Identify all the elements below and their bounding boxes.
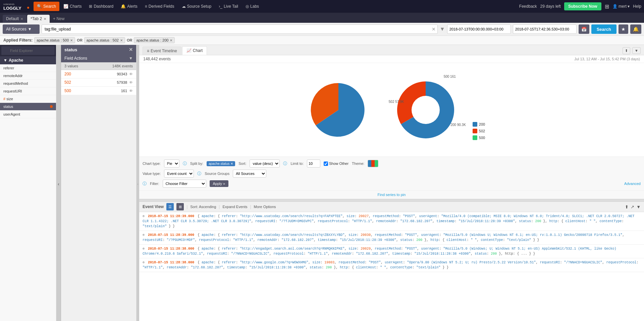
filter-200-close[interactable]: ✕ [170, 39, 172, 42]
field-explorer-search[interactable] [1, 46, 55, 55]
apply-button[interactable]: Apply » [210, 180, 229, 187]
field-requesturi-label: requestURI [3, 89, 22, 93]
calendar-button[interactable]: 📅 [579, 24, 589, 34]
value-500-code[interactable]: 500 [64, 88, 76, 93]
svg-text:solarwinds: solarwinds [3, 3, 15, 5]
filter-tag-500[interactable]: apache.status : 500 ✕ [34, 37, 75, 43]
export-button[interactable]: ⬆ [623, 47, 630, 54]
nav-item-labs[interactable]: ◎ Labs [242, 2, 262, 11]
filter-500-close[interactable]: ✕ [70, 39, 73, 42]
find-series-bar[interactable]: Find series to pin [139, 191, 644, 199]
date-to-input[interactable] [513, 24, 577, 34]
value-row-502: 502 57938 👁 ➜ [61, 78, 136, 87]
source-select[interactable]: All Sources ▼ [3, 24, 40, 34]
toolbar-share-icon[interactable]: ↗ [631, 204, 634, 209]
feedback-link[interactable]: Feedback [519, 4, 537, 9]
settings-button[interactable]: ▼ [632, 47, 641, 54]
view-tab-right-buttons: ⬆ ▼ [623, 47, 641, 54]
event-row-3[interactable]: ⊕ 2018-07-15 11:28:38.000 { apache: { re… [139, 245, 644, 258]
source-groups-select[interactable]: All Sources [233, 170, 266, 178]
filter-select[interactable]: Choose Filter [163, 180, 206, 188]
date-from-input[interactable] [447, 24, 511, 34]
theme-button[interactable] [368, 160, 378, 167]
field-item-remoteaddr[interactable]: remoteAddr [0, 72, 56, 80]
show-other-checkbox[interactable] [324, 162, 328, 166]
value-200-code[interactable]: 200 [64, 72, 76, 76]
limit-input[interactable] [307, 159, 320, 168]
filter-tag-200[interactable]: apache.status : 200 ✕ [134, 37, 175, 43]
nav-item-alerts[interactable]: 🔔 Alerts [117, 2, 141, 11]
view-icon-list-btn[interactable]: ☰ [166, 203, 174, 210]
more-options-button[interactable]: More Options [254, 205, 276, 209]
left-collapse-divider[interactable]: ‹ [56, 45, 61, 321]
filter-502-close[interactable]: ✕ [120, 39, 123, 42]
filter-or-1: OR [77, 38, 83, 42]
subscribe-button[interactable]: Subscribe Now [564, 2, 601, 10]
event-row-4[interactable]: ⊕ 2018-07-15 11:28:38.000 { apache: { re… [139, 258, 644, 272]
user-menu[interactable]: 👤 mert ▾ [612, 4, 630, 9]
value-type-select[interactable]: Event count [164, 170, 194, 178]
toolbar-export-icon[interactable]: ⬆ [625, 204, 629, 209]
field-item-requesturi[interactable]: requestURI [0, 87, 56, 95]
legend-color-502 [473, 129, 477, 133]
value-502-code[interactable]: 502 [64, 80, 76, 85]
sort-button[interactable]: Sort: Ascending [190, 205, 216, 209]
search-clear-icon[interactable]: ✕ [432, 26, 436, 32]
advanced-link[interactable]: Advanced [624, 182, 641, 186]
value-500-eye-icon[interactable]: 👁 [129, 89, 133, 93]
search-button[interactable]: Search [591, 24, 616, 34]
value-502-count: 57938 [78, 80, 127, 84]
new-tab-button[interactable]: + New [50, 15, 67, 23]
event-count-row: 148,442 events Jul 13, 12 AM - Jul 15, 5… [139, 55, 644, 63]
field-item-status[interactable]: status [0, 103, 56, 111]
sort-select[interactable]: value (desc) [250, 159, 280, 168]
nav-item-charts[interactable]: 📈 Charts [60, 2, 85, 11]
search-input[interactable] [42, 24, 438, 34]
h-divider[interactable] [139, 199, 644, 202]
tab-tab2-close[interactable]: ✕ [44, 17, 46, 21]
split-by-clear[interactable]: ✕ [230, 162, 233, 166]
nav-item-dashboard[interactable]: ⊞ Dashboard [86, 2, 117, 11]
help-link[interactable]: Help [633, 4, 641, 9]
tab-default-close[interactable]: ✕ [20, 17, 23, 21]
bell-button[interactable]: 🔔 [630, 24, 641, 34]
event-row-1[interactable]: ⊕ 2018-07-15 11:28:39.000 { apache: { re… [139, 212, 644, 231]
tab-default[interactable]: Default ✕ [3, 15, 26, 23]
status-close-icon[interactable]: ✕ [129, 47, 133, 52]
value-502-eye-icon[interactable]: 👁 [129, 80, 133, 84]
event-row-2[interactable]: ⊕ 2018-07-15 11:28:39.000 { apache: { re… [139, 231, 644, 245]
tab-tab2[interactable]: *Tab 2 ✕ [27, 15, 50, 23]
search-expand-icon[interactable]: ▼ [440, 26, 445, 32]
right-collapse-divider[interactable]: · [137, 45, 139, 321]
field-item-requestmethod[interactable]: requestMethod [0, 80, 56, 87]
event-1-toggle[interactable]: ⊕ [143, 214, 145, 218]
field-item-referer[interactable]: referer [0, 64, 56, 72]
tab-event-timeline[interactable]: ≡ Event Timeline [143, 47, 181, 55]
star-button[interactable]: ★ [619, 24, 628, 34]
expand-button[interactable]: Expand Events [222, 205, 247, 209]
chart-type-select[interactable]: Pie [164, 159, 179, 168]
field-item-useragent[interactable]: userAgent [0, 111, 56, 118]
sort-divider: | [186, 204, 187, 209]
toolbar-more-icon[interactable]: ▼ [636, 204, 641, 209]
field-status-indicator [50, 105, 53, 108]
donut-chart-wrap: 500 161 502 57.9K 200 90.3K 200 502 [298, 73, 485, 147]
nav-item-source-setup[interactable]: ☁ Source Setup [178, 2, 215, 11]
field-item-size[interactable]: # size [0, 95, 56, 103]
view-icon-grid-btn[interactable]: ⊞ [176, 203, 184, 210]
event-3-toggle[interactable]: ⊕ [143, 247, 145, 251]
field-group-apache[interactable]: ▼ Apache [0, 56, 56, 64]
event-2-toggle[interactable]: ⊕ [143, 233, 145, 237]
nav-item-derived-fields[interactable]: ≡ Derived Fields [142, 2, 178, 11]
field-actions-arrow[interactable]: ▼ [129, 56, 133, 61]
nav-item-live-tail[interactable]: ›_ Live Tail [215, 2, 241, 11]
event-4-ts: 2018-07-15 11:28:38.000 [148, 261, 194, 264]
tab-chart[interactable]: 📈 Chart [182, 46, 207, 55]
left-panel: ▼ Apache referer remoteAddr requestMetho… [0, 45, 56, 321]
value-200-eye-icon[interactable]: 👁 [129, 72, 133, 76]
charts-icon: 📈 [63, 4, 68, 9]
filter-tag-502[interactable]: apache.status : 502 ✕ [84, 37, 125, 43]
nav-item-search[interactable]: 🔍 Search [34, 2, 59, 11]
event-2-ts: 2018-07-15 11:28:39.000 [148, 233, 194, 237]
event-4-toggle[interactable]: ⊕ [143, 261, 145, 264]
